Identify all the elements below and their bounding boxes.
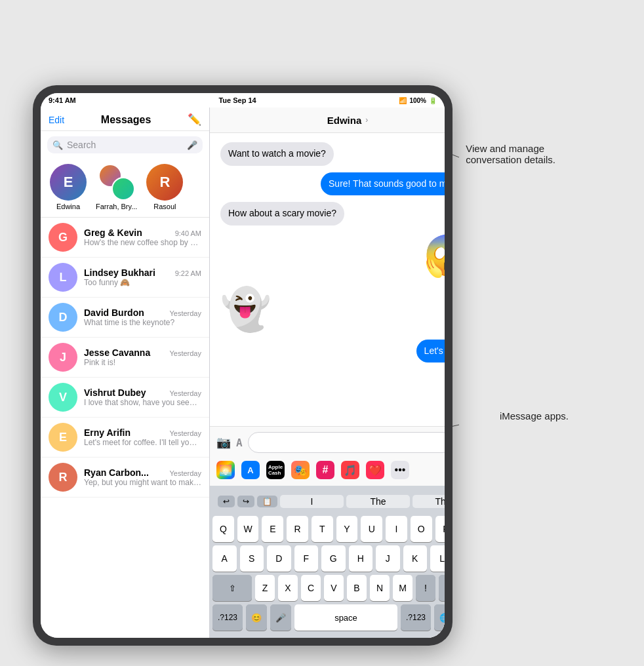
photos-app-icon[interactable]: 🌅 — [216, 461, 235, 479]
conv-info-vishrut: Vishrut Dubey Yesterday I love that show… — [84, 387, 201, 407]
key-k[interactable]: K — [403, 545, 428, 572]
key-mic[interactable]: 🎤 — [270, 604, 291, 631]
conv-preview: Pink it is! — [84, 358, 201, 367]
message-row-2: Sure! That sounds good to me 🍿 — [220, 172, 445, 196]
key-numbers[interactable]: .?123 — [212, 604, 243, 631]
key-question[interactable]: ? — [439, 575, 445, 601]
apple-cash-icon[interactable]: AppleCash — [266, 461, 285, 479]
sidebar: Edit Messages ✏️ 🔍 Search 🎤 E Edwina — [41, 108, 210, 638]
conv-item-ryan[interactable]: R Ryan Carbon... Yesterday Yep, but you … — [41, 458, 209, 498]
page-container: Start a new conversation. View and manag… — [0, 0, 644, 666]
avatar-vishrut: V — [49, 383, 77, 412]
avatar-farrah-group — [98, 164, 135, 201]
pinned-contact-rasoul[interactable]: R Rasoul — [146, 164, 183, 210]
conv-name: David Burdon — [84, 307, 144, 318]
animoji-icon[interactable]: 🎭 — [291, 461, 310, 479]
message-row-4: 😱 — [220, 232, 445, 279]
key-m[interactable]: M — [393, 575, 413, 601]
keyboard-row-3: ⇧ Z X C V B N M ! ? ⇧ — [212, 575, 445, 601]
conv-item-greg-kevin[interactable]: G Greg & Kevin 9:40 AM How's the new cof… — [41, 218, 209, 258]
search-input[interactable]: Search — [67, 140, 183, 150]
apps-row: 🌅 A AppleCash 🎭 # 🎵 ❤️ ••• — [216, 458, 445, 482]
key-d[interactable]: D — [267, 545, 291, 572]
message-bubble-3: How about a scary movie? — [220, 202, 344, 225]
suggestion-i[interactable]: I — [280, 495, 344, 508]
key-globe[interactable]: 🌐 — [434, 604, 445, 631]
key-z[interactable]: Z — [255, 575, 275, 601]
key-f[interactable]: F — [294, 545, 319, 572]
key-i[interactable]: I — [386, 516, 407, 542]
key-t[interactable]: T — [312, 516, 333, 542]
redo-button[interactable]: ↪ — [237, 496, 254, 507]
battery-label: 100% — [409, 97, 426, 104]
conv-item-jesse[interactable]: J Jesse Cavanna Yesterday Pink it is! — [41, 338, 209, 378]
message-bubble-2: Sure! That sounds good to me 🍿 — [321, 172, 445, 196]
undo-button[interactable]: ↩ — [218, 496, 235, 507]
conv-info-erny: Erny Arifin Yesterday Let's meet for cof… — [84, 427, 201, 447]
pinned-contact-edwina[interactable]: E Edwina — [50, 164, 87, 210]
digitaltouch-icon[interactable]: ❤️ — [366, 461, 384, 479]
key-o[interactable]: O — [411, 516, 432, 542]
apps-button[interactable]: A — [236, 437, 243, 449]
key-n[interactable]: N — [370, 575, 390, 601]
key-s[interactable]: S — [240, 545, 264, 572]
suggestion-the[interactable]: The — [346, 495, 410, 508]
conv-info-lindsey: Lindsey Bukhari 9:22 AM Too funny 🙈 — [84, 267, 201, 287]
key-y[interactable]: Y — [336, 516, 358, 542]
keyboard-suggestions: ↩ ↪ 📋 I The That — [212, 490, 445, 513]
appstore-icon[interactable]: A — [241, 461, 260, 479]
conv-time: Yesterday — [169, 349, 201, 357]
microphone-icon: 🎤 — [187, 140, 197, 150]
search-bar[interactable]: 🔍 Search 🎤 — [47, 136, 203, 153]
key-l[interactable]: L — [430, 545, 445, 572]
key-q[interactable]: Q — [212, 516, 234, 542]
paste-button[interactable]: 📋 — [257, 496, 277, 507]
conv-item-erny[interactable]: E Erny Arifin Yesterday Let's meet for c… — [41, 418, 209, 458]
key-w[interactable]: W — [237, 516, 259, 542]
key-r[interactable]: R — [287, 516, 308, 542]
keyboard-row-2: A S D F G H J K L return — [212, 545, 445, 572]
key-a[interactable]: A — [212, 545, 237, 572]
input-bar: 📷 A ↑ 🌅 A AppleCash 🎭 # 🎵 ❤️ — [210, 426, 445, 486]
pinned-contact-farrah[interactable]: Farrah, Bry... — [96, 164, 137, 210]
key-emoji[interactable]: 😊 — [246, 604, 267, 631]
more-apps-icon[interactable]: ••• — [391, 461, 409, 479]
conv-info-jesse: Jesse Cavanna Yesterday Pink it is! — [84, 347, 201, 367]
key-g[interactable]: G — [321, 545, 346, 572]
key-shift-left[interactable]: ⇧ — [212, 575, 252, 601]
key-exclaim[interactable]: ! — [416, 575, 435, 601]
key-v[interactable]: V — [324, 575, 344, 601]
edit-button[interactable]: Edit — [49, 115, 64, 125]
conv-name: Erny Arifin — [84, 427, 131, 438]
avatar-jesse: J — [49, 343, 77, 372]
key-b[interactable]: B — [347, 575, 367, 601]
conv-item-vishrut[interactable]: V Vishrut Dubey Yesterday I love that sh… — [41, 378, 209, 418]
conv-time: 9:40 AM — [175, 229, 201, 237]
conv-item-david[interactable]: D David Burdon Yesterday What time is th… — [41, 298, 209, 338]
ipad-frame: 9:41 AM Tue Sep 14 📶 100% 🔋 Edit Message… — [33, 85, 453, 646]
suggestion-that[interactable]: That — [413, 495, 445, 508]
key-numbers-right[interactable]: .?123 — [401, 604, 431, 631]
key-space[interactable]: space — [294, 604, 397, 631]
key-p[interactable]: P — [435, 516, 445, 542]
message-row-5: 👻 — [220, 286, 445, 333]
key-j[interactable]: J — [376, 545, 400, 572]
camera-button[interactable]: 📷 — [216, 435, 231, 450]
conv-item-lindsey[interactable]: L Lindsey Bukhari 9:22 AM Too funny 🙈 — [41, 258, 209, 298]
chevron-icon[interactable]: › — [365, 115, 368, 125]
key-e[interactable]: E — [262, 516, 283, 542]
pinned-contacts: E Edwina Farrah, Bry... R Ra — [41, 159, 209, 218]
key-u[interactable]: U — [361, 516, 382, 542]
compose-button[interactable]: ✏️ — [188, 113, 201, 127]
key-h[interactable]: H — [349, 545, 373, 572]
message-input[interactable] — [248, 432, 445, 453]
message-emoji-4: 😱 — [423, 232, 445, 279]
status-bar: 9:41 AM Tue Sep 14 📶 100% 🔋 — [41, 93, 445, 108]
hashtag-icon[interactable]: # — [316, 461, 334, 479]
music-icon[interactable]: 🎵 — [341, 461, 359, 479]
conv-time: Yesterday — [169, 469, 201, 477]
message-row-6: Let's do it! Delivered — [220, 340, 445, 372]
key-c[interactable]: C — [301, 575, 321, 601]
key-x[interactable]: X — [278, 575, 298, 601]
conv-info-david: David Burdon Yesterday What time is the … — [84, 307, 201, 327]
